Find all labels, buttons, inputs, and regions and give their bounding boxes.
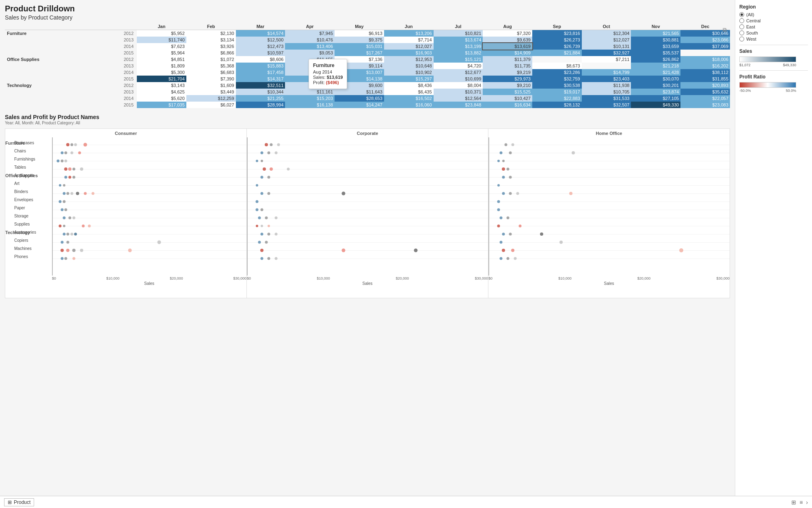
cell-0-2-10[interactable]: $33,659 (631, 43, 680, 50)
cell-1-0-7[interactable]: $11,379 (483, 56, 532, 63)
cell-0-2-3[interactable]: $13,406 (285, 43, 335, 50)
cell-0-2-8[interactable]: $26,739 (532, 43, 582, 50)
cell-2-3-2[interactable]: $28,994 (236, 102, 285, 108)
cell-0-1-1[interactable]: $3,134 (186, 37, 236, 43)
cell-2-2-1[interactable]: $12,259 (186, 95, 236, 102)
cell-1-3-10[interactable]: $30,070 (631, 76, 680, 82)
cell-0-3-0[interactable]: $5,964 (137, 50, 186, 56)
cell-0-1-11[interactable]: $23,086 (680, 37, 730, 43)
cell-1-1-7[interactable]: $11,735 (483, 63, 532, 69)
cell-0-3-9[interactable]: $32,927 (582, 50, 631, 56)
cell-2-3-11[interactable]: $23,083 (680, 102, 730, 108)
cell-1-0-5[interactable]: $12,953 (384, 56, 434, 63)
cell-1-3-0[interactable]: $21,704 (137, 76, 186, 82)
tab-product[interactable]: ⊞ Product (4, 498, 34, 506)
list-icon[interactable]: ≡ (799, 499, 803, 506)
cell-0-0-8[interactable]: $23,816 (532, 30, 582, 37)
cell-0-3-4[interactable]: $17,267 (335, 50, 384, 56)
cell-0-2-6[interactable]: $13,199 (434, 43, 483, 50)
cell-1-1-2[interactable]: $15,883 (236, 63, 285, 69)
cell-0-2-4[interactable]: $15,031 (335, 43, 384, 50)
cell-2-3-1[interactable]: $6,027 (186, 102, 236, 108)
cell-1-0-8[interactable] (532, 56, 582, 63)
cell-2-1-2[interactable]: $10,344 (236, 89, 285, 95)
cell-1-0-9[interactable]: $7,211 (582, 56, 631, 63)
cell-1-1-9[interactable] (582, 63, 631, 69)
cell-0-0-4[interactable]: $6,913 (335, 30, 384, 37)
cell-2-1-10[interactable]: $23,874 (631, 89, 680, 95)
cell-1-3-8[interactable]: $32,759 (532, 76, 582, 82)
cell-1-2-1[interactable]: $6,683 (186, 69, 236, 76)
region-option-3[interactable]: South (739, 30, 808, 35)
cell-1-2-7[interactable]: $9,219 (483, 69, 532, 76)
cell-2-3-4[interactable]: $14,247 (335, 102, 384, 108)
cell-1-1-0[interactable]: $1,809 (137, 63, 186, 69)
cell-0-1-3[interactable]: $10,476 (285, 37, 335, 43)
cell-1-1-5[interactable]: $10,648 (384, 63, 434, 69)
cell-1-1-11[interactable]: $16,202 (680, 63, 730, 69)
cell-1-1-10[interactable]: $21,218 (631, 63, 680, 69)
cell-0-3-5[interactable]: $16,903 (384, 50, 434, 56)
cell-2-3-9[interactable]: $32,507 (582, 102, 631, 108)
cell-2-3-7[interactable]: $16,634 (483, 102, 532, 108)
cell-0-0-6[interactable]: $10,821 (434, 30, 483, 37)
cell-1-0-11[interactable]: $18,006 (680, 56, 730, 63)
cell-2-1-3[interactable]: $11,161 (285, 89, 335, 95)
cell-2-0-0[interactable]: $3,143 (137, 82, 186, 89)
cell-2-0-6[interactable]: $8,004 (434, 82, 483, 89)
cell-1-3-9[interactable]: $23,403 (582, 76, 631, 82)
cell-1-1-8[interactable]: $8,673 (532, 63, 582, 69)
cell-1-2-10[interactable]: $21,428 (631, 69, 680, 76)
cell-2-0-11[interactable]: $20,893 (680, 82, 730, 89)
cell-1-3-6[interactable]: $10,699 (434, 76, 483, 82)
cell-2-1-5[interactable]: $6,435 (384, 89, 434, 95)
cell-2-3-10[interactable]: $49,330 (631, 102, 680, 108)
cell-2-2-2[interactable]: $21,255 (236, 95, 285, 102)
cell-0-0-5[interactable]: $13,206 (384, 30, 434, 37)
cell-0-2-9[interactable]: $10,131 (582, 43, 631, 50)
cell-0-3-7[interactable]: $14,909 (483, 50, 532, 56)
cell-0-2-11[interactable]: $37,069 (680, 43, 730, 50)
cell-1-3-11[interactable]: $31,855 (680, 76, 730, 82)
cell-0-1-2[interactable]: $12,500 (236, 37, 285, 43)
cell-1-0-1[interactable]: $1,072 (186, 56, 236, 63)
cell-2-2-10[interactable]: $27,105 (631, 95, 680, 102)
cell-1-3-4[interactable]: $14,138 (335, 76, 384, 82)
cell-2-0-8[interactable]: $30,538 (532, 82, 582, 89)
cell-0-3-8[interactable]: $21,884 (532, 50, 582, 56)
region-option-4[interactable]: West (739, 37, 808, 41)
cell-1-0-3[interactable]: $11,155 (285, 56, 335, 63)
cell-2-3-5[interactable]: $16,060 (384, 102, 434, 108)
cell-2-2-4[interactable]: $28,653 (335, 95, 384, 102)
cell-2-0-9[interactable]: $11,938 (582, 82, 631, 89)
cell-2-1-0[interactable]: $4,625 (137, 89, 186, 95)
cell-0-2-5[interactable]: $12,027 (384, 43, 434, 50)
cell-1-0-4[interactable]: $7,136 (335, 56, 384, 63)
cell-2-1-8[interactable]: $19,017 (532, 89, 582, 95)
cell-2-3-8[interactable]: $28,132 (532, 102, 582, 108)
export-icon[interactable]: ⧉ (723, 26, 727, 33)
cell-2-3-6[interactable]: $23,848 (434, 102, 483, 108)
cell-1-2-0[interactable]: $5,300 (137, 69, 186, 76)
cell-2-2-11[interactable]: $22,057 (680, 95, 730, 102)
cell-0-1-5[interactable]: $7,714 (384, 37, 434, 43)
cell-2-1-1[interactable]: $3,449 (186, 89, 236, 95)
cell-1-1-4[interactable]: $9,114 (335, 63, 384, 69)
cell-2-1-9[interactable]: $10,705 (582, 89, 631, 95)
cell-0-0-0[interactable]: $5,952 (137, 30, 186, 37)
cell-0-0-7[interactable]: $7,320 (483, 30, 532, 37)
cell-2-0-3[interactable]: $9,195 (285, 82, 335, 89)
region-option-2[interactable]: East (739, 24, 808, 29)
cell-2-1-6[interactable]: $10,371 (434, 89, 483, 95)
cell-0-2-2[interactable]: $12,473 (236, 43, 285, 50)
cell-1-0-0[interactable]: $4,851 (137, 56, 186, 63)
cell-2-2-0[interactable]: $5,620 (137, 95, 186, 102)
cell-0-1-4[interactable]: $9,375 (335, 37, 384, 43)
cell-2-0-2[interactable]: $32,511 (236, 82, 285, 89)
cell-1-2-11[interactable]: $38,112 (680, 69, 730, 76)
cell-1-2-9[interactable]: $14,799 (582, 69, 631, 76)
cell-2-3-3[interactable]: $16,138 (285, 102, 335, 108)
cell-1-1-3[interactable]: $12,559 (285, 63, 335, 69)
cell-2-0-4[interactable]: $9,600 (335, 82, 384, 89)
cell-0-3-10[interactable]: $35,537 (631, 50, 680, 56)
